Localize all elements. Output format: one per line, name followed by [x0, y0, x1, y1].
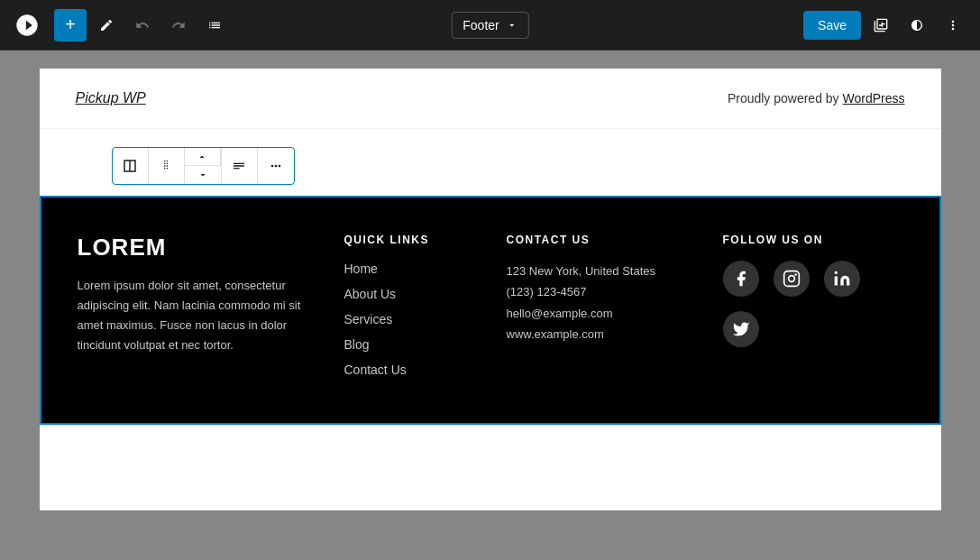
redo-button[interactable]: [162, 9, 195, 41]
site-tagline: Proudly powered by WordPress: [728, 91, 905, 106]
footer-link-home[interactable]: Home: [344, 262, 378, 276]
footer-col-brand: LOREM Lorem ipsum dolor sit amet, consec…: [78, 234, 326, 387]
footer-quick-links-list: Home About Us Services Blog Contact Us: [344, 261, 489, 378]
list-item: Contact Us: [344, 362, 489, 378]
toolbar-right: Save: [803, 9, 969, 41]
footer-contact-title: CONTACT US: [507, 234, 705, 246]
footer-email: hello@example.com: [507, 303, 705, 324]
footer-col-social: FOLLOW US ON: [723, 234, 903, 387]
footer-follow-title: FOLLOW US ON: [723, 234, 903, 246]
footer-section: LOREM Lorem ipsum dolor sit amet, consec…: [40, 196, 941, 425]
footer-link-contact[interactable]: Contact Us: [344, 363, 407, 377]
footer-description: Lorem ipsum dolor sit amet, consectetur …: [78, 276, 326, 355]
block-move-up[interactable]: [185, 148, 221, 166]
toolbar: + Footer: [0, 0, 980, 50]
wordpress-link[interactable]: WordPress: [843, 91, 905, 106]
footer-quick-links-title: QUICK LINKS: [344, 234, 489, 246]
facebook-icon[interactable]: [723, 261, 759, 297]
canvas-area: Pickup WP Proudly powered by WordPress: [0, 50, 980, 560]
block-text-align[interactable]: [222, 148, 258, 184]
svg-point-1: [788, 276, 794, 282]
edit-tool-button[interactable]: [90, 9, 123, 41]
add-block-button[interactable]: +: [54, 9, 87, 41]
linkedin-icon[interactable]: [824, 261, 860, 297]
toolbar-left: +: [11, 9, 231, 41]
block-columns-icon[interactable]: [113, 148, 149, 184]
footer-brand-name: LOREM: [78, 234, 326, 262]
footer-phone: (123) 123-4567: [507, 281, 705, 302]
list-item: Home: [344, 261, 489, 277]
footer-col-contact: CONTACT US 123 New York, United States (…: [507, 234, 705, 387]
block-drag-handle[interactable]: [149, 148, 185, 184]
twitter-icon[interactable]: [723, 311, 759, 347]
contrast-button[interactable]: [901, 9, 933, 41]
footer-dropdown[interactable]: Footer: [451, 12, 528, 39]
undo-button[interactable]: [126, 9, 159, 41]
block-more-options[interactable]: [258, 148, 294, 184]
social-row-2: [723, 311, 903, 347]
footer-col-links: QUICK LINKS Home About Us Services Blog: [344, 234, 489, 387]
footer-dropdown-label: Footer: [463, 18, 499, 32]
footer-link-about[interactable]: About Us: [344, 287, 397, 301]
save-button[interactable]: Save: [803, 11, 861, 40]
svg-rect-0: [783, 271, 799, 287]
social-row-1: [723, 261, 903, 297]
footer-link-blog[interactable]: Blog: [344, 337, 370, 352]
more-options-button[interactable]: [937, 9, 969, 41]
footer-contact-info: 123 New York, United States (123) 123-45…: [507, 261, 705, 345]
site-header: Pickup WP Proudly powered by WordPress: [40, 69, 941, 129]
view-toggle-button[interactable]: [865, 9, 897, 41]
block-move-down[interactable]: [185, 166, 221, 184]
list-item: Services: [344, 311, 489, 327]
footer-link-services[interactable]: Services: [344, 312, 393, 326]
footer-website: www.example.com: [507, 324, 705, 344]
list-item: About Us: [344, 286, 489, 302]
footer-address: 123 New York, United States: [507, 261, 705, 281]
instagram-icon[interactable]: [774, 261, 810, 297]
svg-point-3: [834, 271, 837, 274]
page-canvas: Pickup WP Proudly powered by WordPress: [40, 69, 941, 510]
svg-point-2: [794, 273, 797, 276]
wp-logo[interactable]: [11, 9, 43, 41]
toolbar-center: Footer: [451, 12, 528, 39]
list-view-button[interactable]: [198, 9, 231, 41]
block-toolbar: [112, 147, 295, 185]
site-logo: Pickup WP: [76, 90, 146, 106]
list-item: Blog: [344, 336, 489, 353]
